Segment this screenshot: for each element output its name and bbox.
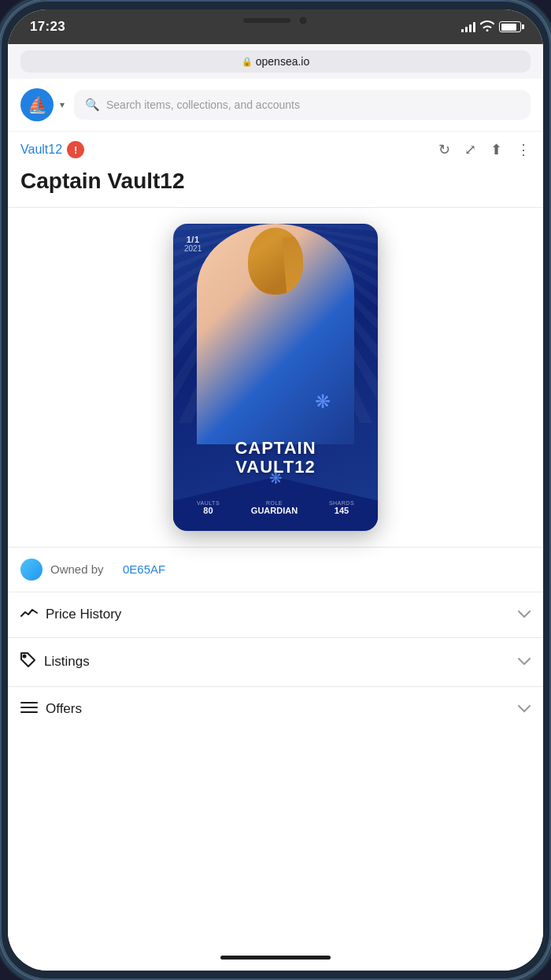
more-options-icon[interactable]: ⋮ <box>516 141 531 158</box>
browser-bar: 🔒 opensea.io <box>8 44 543 79</box>
listings-title: Listings <box>44 654 90 670</box>
opensea-logo[interactable]: ⛵ <box>20 88 54 121</box>
collection-name-text[interactable]: Vault12 <box>20 143 62 157</box>
share-icon[interactable]: ⬆ <box>490 141 502 158</box>
logo-chevron-icon[interactable]: ▾ <box>60 99 65 110</box>
collection-name-row: Vault12 ! <box>20 141 84 158</box>
battery-icon <box>499 21 521 32</box>
stat-shards-label: SHARDS <box>329 500 354 506</box>
owned-by-section: Owned by 0E65AF <box>8 547 543 592</box>
accordion-left-listings: Listings <box>20 652 90 672</box>
owned-by-label: Owned by <box>50 562 104 576</box>
main-content: ⛵ ▾ 🔍 Search items, collections, and acc… <box>8 79 543 944</box>
boat-icon: ⛵ <box>28 95 47 114</box>
notch <box>220 9 331 32</box>
badge-number: 1/1 <box>184 235 202 244</box>
stat-vaults-value: 80 <box>197 506 220 515</box>
accordion-left-price: Price History <box>20 607 121 623</box>
signal-bar-2 <box>465 27 468 32</box>
offers-title: Offers <box>46 701 82 717</box>
screen: 17:23 🔒 <box>8 9 543 971</box>
price-history-chevron-icon <box>518 607 531 622</box>
character-head <box>248 228 303 295</box>
character-silhouette: ❋ <box>197 224 354 444</box>
status-icons <box>461 20 521 34</box>
search-placeholder: Search items, collections, and accounts <box>106 98 300 111</box>
nft-image-container: 1/1 2021 ❋ <box>8 208 543 547</box>
offers-chevron-icon <box>518 702 531 716</box>
action-icons: ↻ ⤢ ⬆ ⋮ <box>438 141 531 158</box>
external-link-icon[interactable]: ⤢ <box>464 141 476 158</box>
search-bar[interactable]: 🔍 Search items, collections, and account… <box>74 90 531 120</box>
price-history-section: Price History <box>8 592 543 637</box>
list-icon <box>20 701 38 718</box>
battery-fill <box>501 24 517 31</box>
refresh-icon[interactable]: ↻ <box>438 141 450 158</box>
card-badge: 1/1 2021 <box>184 235 202 253</box>
snowflake-icon: ❋ <box>315 391 331 413</box>
wifi-icon <box>480 20 494 34</box>
signal-bar-3 <box>469 24 471 32</box>
stat-shards: SHARDS 145 <box>329 500 354 515</box>
phone-frame: 17:23 🔒 <box>0 0 551 980</box>
badge-year: 2021 <box>184 244 202 253</box>
card-name-line1: CAPTAIN <box>173 439 378 458</box>
offers-header[interactable]: Offers <box>8 687 543 732</box>
camera <box>298 16 308 25</box>
stat-shards-value: 145 <box>329 506 354 515</box>
accordion-left-offers: Offers <box>20 701 82 718</box>
listings-section: Listings <box>8 637 543 686</box>
top-nav: ⛵ ▾ 🔍 Search items, collections, and acc… <box>8 79 543 132</box>
search-icon: 🔍 <box>85 98 100 112</box>
stat-vaults: VAULTS 80 <box>197 500 220 515</box>
nft-title: Captain Vault12 <box>8 165 543 207</box>
status-bar: 17:23 <box>8 9 543 44</box>
stat-vaults-label: VAULTS <box>197 500 220 506</box>
lock-icon: 🔒 <box>242 57 253 67</box>
owner-address[interactable]: 0E65AF <box>123 562 165 576</box>
stat-role-label: ROLE <box>251 500 298 506</box>
collection-header: Vault12 ! ↻ ⤢ ⬆ ⋮ <box>8 132 543 165</box>
listings-header[interactable]: Listings <box>8 638 543 686</box>
home-bar <box>8 944 543 971</box>
home-indicator <box>220 956 331 960</box>
url-text: opensea.io <box>256 55 310 68</box>
signal-bar-1 <box>461 29 464 32</box>
speaker <box>243 18 290 23</box>
offers-section: Offers <box>8 686 543 732</box>
signal-bar-4 <box>473 22 475 32</box>
url-bar[interactable]: 🔒 opensea.io <box>20 50 531 72</box>
price-history-header[interactable]: Price History <box>8 592 543 637</box>
stat-role-value: GUARDIAN <box>251 506 298 515</box>
status-time: 17:23 <box>30 19 65 35</box>
tag-icon <box>20 652 36 672</box>
card-stats: VAULTS 80 ROLE GUARDIAN SHARDS 145 <box>173 500 378 515</box>
card-logo-icon: ❋ <box>269 469 283 488</box>
owner-avatar <box>20 559 43 581</box>
card-character: ❋ <box>173 224 378 445</box>
listings-chevron-icon <box>518 655 531 669</box>
nft-card: 1/1 2021 ❋ <box>173 224 378 531</box>
price-history-title: Price History <box>46 607 121 622</box>
signal-bars-icon <box>461 21 475 32</box>
trend-icon <box>20 607 38 623</box>
svg-point-0 <box>24 655 26 657</box>
stat-role: ROLE GUARDIAN <box>251 500 298 515</box>
warning-icon: ! <box>67 141 84 158</box>
